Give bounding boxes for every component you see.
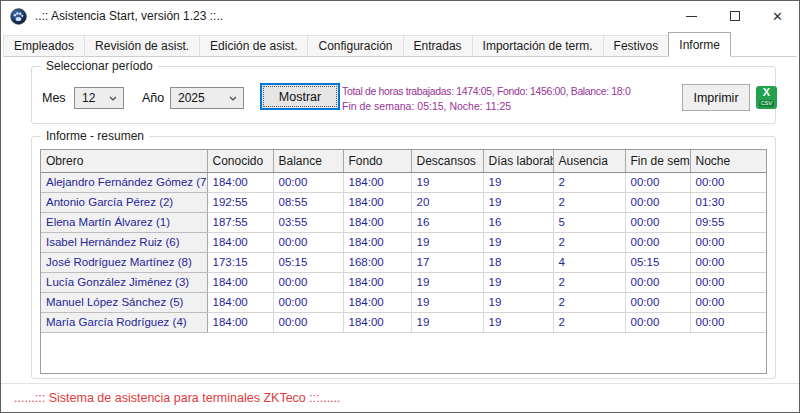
cell-conocido[interactable]: 173:15 (207, 252, 273, 272)
cell-noche[interactable]: 00:00 (690, 172, 766, 192)
cell-dias-laborables[interactable]: 19 (483, 312, 553, 332)
cell-dias-laborables[interactable]: 19 (483, 292, 553, 312)
cell-obrero[interactable]: María García Rodríguez (4) (41, 312, 207, 332)
cell-fin-de-semana[interactable]: 00:00 (625, 292, 690, 312)
cell-fin-de-semana[interactable]: 00:00 (625, 312, 690, 332)
cell-ausencia[interactable]: 2 (553, 192, 625, 212)
cell-ausencia[interactable]: 2 (553, 312, 625, 332)
column-header-conocido[interactable]: Conocido (207, 150, 273, 172)
cell-fondo[interactable]: 184:00 (343, 232, 411, 252)
maximize-button[interactable] (713, 1, 756, 31)
cell-balance[interactable]: 00:00 (273, 232, 343, 252)
cell-noche[interactable]: 00:00 (690, 232, 766, 252)
cell-dias-laborables[interactable]: 19 (483, 192, 553, 212)
cell-fondo[interactable]: 184:00 (343, 312, 411, 332)
cell-conocido[interactable]: 184:00 (207, 312, 273, 332)
cell-fin-de-semana[interactable]: 00:00 (625, 192, 690, 212)
mostrar-button[interactable]: Mostrar (260, 83, 340, 110)
cell-dias-laborables[interactable]: 19 (483, 172, 553, 192)
cell-fondo[interactable]: 184:00 (343, 292, 411, 312)
cell-ausencia[interactable]: 2 (553, 172, 625, 192)
cell-fondo[interactable]: 184:00 (343, 192, 411, 212)
cell-noche[interactable]: 00:00 (690, 292, 766, 312)
cell-fondo[interactable]: 184:00 (343, 272, 411, 292)
cell-ausencia[interactable]: 2 (553, 272, 625, 292)
cell-fin-de-semana[interactable]: 05:15 (625, 252, 690, 272)
cell-obrero[interactable]: Elena Martín Álvarez (1) (41, 212, 207, 232)
cell-balance[interactable]: 00:00 (273, 272, 343, 292)
column-header-noche[interactable]: Noche (690, 150, 766, 172)
cell-balance[interactable]: 08:55 (273, 192, 343, 212)
cell-descansos[interactable]: 17 (411, 252, 483, 272)
cell-obrero[interactable]: Antonio García Pérez (2) (41, 192, 207, 212)
cell-ausencia[interactable]: 2 (553, 232, 625, 252)
cell-conocido[interactable]: 192:55 (207, 192, 273, 212)
cell-fin-de-semana[interactable]: 00:00 (625, 172, 690, 192)
cell-balance[interactable]: 00:00 (273, 312, 343, 332)
column-header-obrero[interactable]: Obrero (41, 150, 207, 172)
cell-noche[interactable]: 00:00 (690, 272, 766, 292)
cell-conocido[interactable]: 184:00 (207, 292, 273, 312)
cell-obrero[interactable]: Manuel López Sánchez (5) (41, 292, 207, 312)
ano-select[interactable]: 2025 (170, 87, 244, 109)
cell-obrero[interactable]: Lucía González Jiménez (3) (41, 272, 207, 292)
cell-balance[interactable]: 00:00 (273, 172, 343, 192)
cell-descansos[interactable]: 16 (411, 212, 483, 232)
minimize-button[interactable] (670, 1, 713, 31)
cell-descansos[interactable]: 19 (411, 312, 483, 332)
tab-revision-de-asist[interactable]: Revisión de asist. (84, 35, 200, 56)
cell-descansos[interactable]: 19 (411, 292, 483, 312)
tab-entradas[interactable]: Entradas (403, 35, 473, 56)
cell-obrero[interactable]: Isabel Hernández Ruiz (6) (41, 232, 207, 252)
cell-fin-de-semana[interactable]: 00:00 (625, 272, 690, 292)
cell-descansos[interactable]: 19 (411, 272, 483, 292)
cell-conocido[interactable]: 184:00 (207, 232, 273, 252)
totals-summary: Total de horas trabajadas: 1474:05, Fond… (342, 84, 682, 113)
mes-select[interactable]: 12 (74, 87, 124, 109)
column-header-dias-laborables[interactable]: Días laborabl (483, 150, 553, 172)
cell-fondo[interactable]: 168:00 (343, 252, 411, 272)
cell-fondo[interactable]: 184:00 (343, 172, 411, 192)
cell-dias-laborables[interactable]: 19 (483, 272, 553, 292)
cell-balance[interactable]: 00:00 (273, 292, 343, 312)
cell-ausencia[interactable]: 4 (553, 252, 625, 272)
cell-conocido[interactable]: 184:00 (207, 272, 273, 292)
cell-descansos[interactable]: 19 (411, 232, 483, 252)
tab-configuracion[interactable]: Configuración (307, 35, 403, 56)
cell-fin-de-semana[interactable]: 00:00 (625, 212, 690, 232)
close-button[interactable]: ✕ (756, 1, 799, 31)
column-header-fin-de-semana[interactable]: Fin de semar (625, 150, 690, 172)
cell-balance[interactable]: 03:55 (273, 212, 343, 232)
cell-conocido[interactable]: 184:00 (207, 172, 273, 192)
cell-fin-de-semana[interactable]: 00:00 (625, 232, 690, 252)
cell-noche[interactable]: 00:00 (690, 312, 766, 332)
cell-noche[interactable]: 00:00 (690, 252, 766, 272)
tab-informe[interactable]: Informe (668, 32, 731, 57)
cell-ausencia[interactable]: 5 (553, 212, 625, 232)
column-header-fondo[interactable]: Fondo (343, 150, 411, 172)
cell-descansos[interactable]: 19 (411, 172, 483, 192)
column-header-descansos[interactable]: Descansos (411, 150, 483, 172)
cell-dias-laborables[interactable]: 19 (483, 232, 553, 252)
tab-importacion-de-term[interactable]: Importación de term. (472, 35, 604, 56)
chevron-down-icon (109, 96, 117, 101)
cell-noche[interactable]: 09:55 (690, 212, 766, 232)
cell-balance[interactable]: 05:15 (273, 252, 343, 272)
cell-conocido[interactable]: 187:55 (207, 212, 273, 232)
column-header-balance[interactable]: Balance (273, 150, 343, 172)
title-bar[interactable]: ..:: Asistencia Start, versión 1.23 ::..… (1, 1, 799, 31)
tab-festivos[interactable]: Festivos (603, 35, 670, 56)
column-header-ausencia[interactable]: Ausencia (553, 150, 625, 172)
cell-fondo[interactable]: 184:00 (343, 212, 411, 232)
export-csv-icon[interactable]: X CSV (756, 86, 777, 109)
cell-ausencia[interactable]: 2 (553, 292, 625, 312)
cell-dias-laborables[interactable]: 18 (483, 252, 553, 272)
imprimir-button[interactable]: Imprimir (682, 84, 750, 111)
cell-obrero[interactable]: José Rodríguez Martínez (8) (41, 252, 207, 272)
cell-dias-laborables[interactable]: 16 (483, 212, 553, 232)
tab-edicion-de-asist[interactable]: Edición de asist. (199, 35, 308, 56)
cell-noche[interactable]: 01:30 (690, 192, 766, 212)
cell-descansos[interactable]: 20 (411, 192, 483, 212)
cell-obrero[interactable]: Alejandro Fernández Gómez (7) (41, 172, 207, 192)
tab-empleados[interactable]: Empleados (3, 35, 85, 56)
